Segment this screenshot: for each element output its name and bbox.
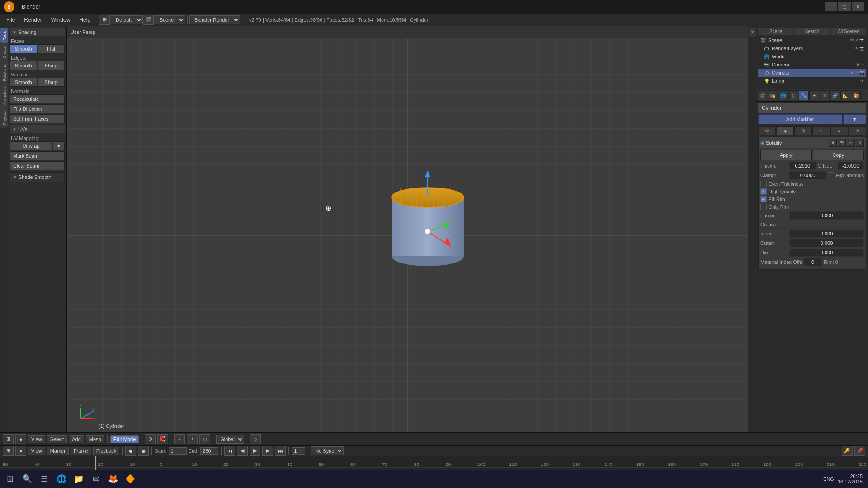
mesh-menu[interactable]: Mesh	[86, 435, 104, 443]
props-tab-render[interactable]: 🎬	[757, 90, 767, 100]
outliner-camera[interactable]: 📷 Camera 👁 ↗	[758, 61, 866, 69]
timeline-view[interactable]: View	[28, 447, 45, 455]
material-index-value[interactable]: 0	[804, 258, 822, 266]
mod-tab-deform[interactable]: ⊞	[794, 126, 812, 135]
add-modifier-dropdown[interactable]: ▼	[843, 114, 867, 124]
thickness-value[interactable]: 0.2910	[789, 162, 816, 170]
mod-tab-extra[interactable]: ≡	[830, 126, 848, 135]
smooth-flat-button[interactable]: Smooth	[10, 44, 37, 53]
tl-toggle-icon[interactable]: ⏺	[125, 446, 136, 456]
minimize-button[interactable]: —	[825, 2, 837, 11]
inner-value[interactable]: 0.000	[789, 230, 864, 238]
menu-render[interactable]: Render	[19, 15, 46, 25]
props-tab-physics[interactable]: ⚛	[820, 90, 830, 100]
rim-value[interactable]: 0.000	[789, 249, 864, 257]
pivot-icon[interactable]: ⊙	[145, 434, 156, 444]
shading-header[interactable]: ▼ Shading	[10, 28, 65, 36]
unwrap-button[interactable]: Unwrap	[10, 141, 52, 150]
tl-pin-icon[interactable]: 📌	[854, 446, 865, 456]
props-tab-particles[interactable]: ✦	[809, 90, 819, 100]
maximize-button[interactable]: □	[838, 2, 851, 11]
modifier-delete-btn[interactable]: ✕	[856, 139, 864, 147]
eye-icon[interactable]: 👁	[850, 38, 854, 42]
menu-file[interactable]: File	[2, 15, 19, 25]
taskbar-search[interactable]: 🔍	[19, 471, 35, 487]
copy-button[interactable]: Copy	[813, 150, 864, 160]
taskbar-explorer[interactable]: 📁	[71, 471, 87, 487]
search-tab[interactable]: Search	[794, 28, 830, 35]
snap-icon[interactable]: 🧲	[157, 434, 168, 444]
timeline-ruler[interactable]: -50 -40 -30 -20 -10 0 10 20 30 40 50 60 …	[0, 456, 868, 470]
side-tab-animation[interactable]: Animation	[0, 84, 8, 108]
footer-icon1[interactable]: ⊞	[3, 434, 14, 444]
mod-tab-generate[interactable]: ⚙	[758, 126, 776, 135]
menu-window[interactable]: Window	[47, 15, 75, 25]
sharp-vert-button[interactable]: Sharp	[38, 78, 65, 87]
modifier-render-btn[interactable]: 📷	[838, 139, 846, 147]
side-tab-tools[interactable]: Tools	[0, 28, 8, 43]
flat-button[interactable]: Flat	[38, 44, 65, 53]
tl-play[interactable]: ▶	[250, 446, 260, 456]
props-tab-modifiers[interactable]: 🔧	[799, 90, 809, 100]
smooth-vert-button[interactable]: Smooth	[10, 78, 37, 87]
side-tab-create[interactable]: Create	[0, 43, 8, 61]
props-tab-scene[interactable]: 🎭	[768, 90, 778, 100]
set-from-faces-button[interactable]: Set From Faces	[10, 114, 65, 123]
taskbar-edge[interactable]: 🌐	[53, 471, 70, 487]
high-quality-checkbox[interactable]	[760, 188, 767, 195]
modifier-edit-btn[interactable]: ✏	[847, 139, 855, 147]
uvs-header[interactable]: ▼ UVs	[10, 125, 65, 133]
view-menu[interactable]: View	[28, 435, 45, 443]
view-tab[interactable]: Scene	[758, 28, 793, 35]
start-value[interactable]	[169, 447, 187, 455]
cursor-icon[interactable]: ↗	[855, 38, 859, 42]
flip-normals-checkbox[interactable]	[828, 172, 834, 178]
tl-prev-frame[interactable]: ◀	[237, 446, 248, 456]
factor-value[interactable]: 0.000	[789, 211, 864, 220]
props-tab-material[interactable]: 🎨	[851, 90, 861, 100]
timeline-icon[interactable]: ⊞	[3, 446, 14, 456]
face-icon[interactable]: □	[199, 434, 210, 444]
render-icon[interactable]: 📷	[859, 38, 864, 42]
all-scenes-tab[interactable]: All Scenes	[831, 28, 866, 35]
outliner-world[interactable]: 🌐 World	[758, 52, 866, 61]
sync-mode[interactable]: No Sync	[311, 446, 344, 455]
recalculate-button[interactable]: Recalculate	[10, 94, 65, 103]
close-button[interactable]: ✕	[852, 2, 864, 11]
menu-help[interactable]: Help	[75, 15, 95, 25]
tl-toggle-icon2[interactable]: ⏺	[138, 446, 149, 456]
scene-select[interactable]: Scene	[154, 15, 185, 24]
end-value[interactable]	[200, 447, 218, 455]
taskbar-browser[interactable]: 🦊	[105, 471, 121, 487]
sharp-edge-button[interactable]: Sharp	[38, 61, 65, 70]
timeline-frame[interactable]: Frame	[71, 447, 91, 455]
footer-icon2[interactable]: ●	[15, 434, 26, 444]
side-tab-relations[interactable]: Relations	[0, 61, 8, 84]
timeline-playback[interactable]: Playback	[93, 447, 120, 455]
eye-icon3[interactable]: 👁	[856, 62, 860, 67]
cam-icon[interactable]: 📷	[859, 46, 864, 51]
unwrap-dropdown[interactable]: ▼	[53, 141, 65, 150]
outliner-lamp[interactable]: 💡 Lamp 👁	[758, 77, 866, 85]
modifier-vis-btn[interactable]: 👁	[829, 139, 837, 147]
clear-seam-button[interactable]: Clear Seam	[10, 161, 65, 170]
clamp-value[interactable]: 0.0000	[789, 171, 826, 179]
add-menu[interactable]: Add	[69, 435, 84, 443]
mod-tab-close[interactable]: ✕	[849, 126, 866, 135]
flip-direction-button[interactable]: Flip Direction	[10, 104, 65, 113]
transform-orientation[interactable]: Global	[216, 435, 244, 444]
mod-tab-simulate[interactable]: ~	[812, 126, 830, 135]
even-thickness-checkbox[interactable]	[760, 181, 767, 187]
timeline-marker[interactable]: Marker	[47, 447, 69, 455]
edit-mode-select[interactable]: Edit Mode	[110, 435, 139, 443]
mod-tab-solidify[interactable]: ◈	[776, 126, 794, 135]
cursor-icon3[interactable]: ↗	[855, 70, 859, 75]
smooth-edge-button[interactable]: Smooth	[10, 61, 37, 70]
props-tab-data[interactable]: 📐	[840, 90, 850, 100]
add-modifier-button[interactable]: Add Modifier	[758, 114, 842, 124]
vert-icon[interactable]: ·	[174, 434, 185, 444]
edge-icon[interactable]: /	[187, 434, 198, 444]
proportional-icon[interactable]: ○	[250, 434, 261, 444]
eye-icon5[interactable]: 👁	[860, 79, 864, 83]
props-tab-world[interactable]: 🌐	[778, 90, 788, 100]
